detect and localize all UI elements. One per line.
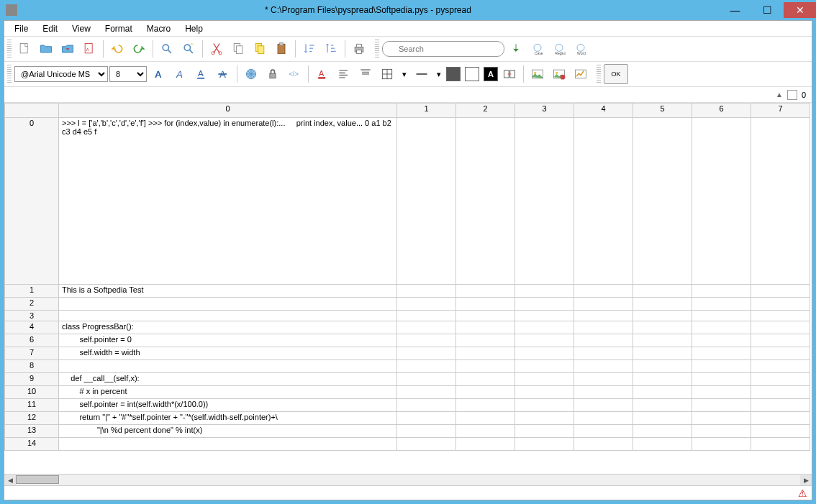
align-top-button[interactable]: [355, 64, 376, 84]
row-header[interactable]: 12: [5, 412, 59, 425]
cell[interactable]: [397, 399, 456, 412]
menu-macro[interactable]: Macro: [140, 22, 178, 35]
horizontal-scrollbar[interactable]: ◀ ▶: [4, 474, 812, 485]
cell[interactable]: [515, 438, 574, 451]
cell[interactable]: [397, 386, 456, 399]
menu-format[interactable]: Format: [98, 22, 140, 35]
cell[interactable]: [633, 347, 692, 360]
cell[interactable]: [633, 360, 692, 373]
line-color-swatch[interactable]: [465, 67, 479, 81]
cell[interactable]: [692, 347, 751, 360]
row-header[interactable]: 0: [5, 118, 59, 285]
cell[interactable]: [751, 360, 810, 373]
lock-button[interactable]: [263, 64, 283, 84]
cell[interactable]: [397, 118, 456, 285]
paste-button[interactable]: [271, 39, 291, 59]
cell[interactable]: [574, 386, 633, 399]
cell[interactable]: [692, 118, 751, 285]
cell[interactable]: [692, 438, 751, 451]
cell[interactable]: [692, 311, 751, 321]
search-regex-button[interactable]: RegEx: [549, 39, 569, 59]
bg-color-swatch[interactable]: [446, 67, 461, 81]
cell[interactable]: [574, 118, 633, 285]
cell[interactable]: [751, 425, 810, 438]
col-header[interactable]: 2: [456, 104, 515, 118]
cell[interactable]: [574, 347, 633, 360]
cell[interactable]: [515, 347, 574, 360]
cell[interactable]: [751, 118, 810, 285]
cell[interactable]: [515, 321, 574, 334]
cell[interactable]: [515, 412, 574, 425]
search-go-button[interactable]: [506, 39, 526, 59]
new-file-button[interactable]: [14, 39, 35, 59]
cell[interactable]: [692, 321, 751, 334]
cut-button[interactable]: [207, 39, 227, 59]
corner-cell[interactable]: [5, 104, 59, 118]
row-header[interactable]: 1: [5, 285, 59, 298]
row-header[interactable]: 6: [5, 334, 59, 347]
cell[interactable]: [692, 386, 751, 399]
print-button[interactable]: [349, 39, 369, 59]
cell[interactable]: [397, 311, 456, 321]
insert-image-button[interactable]: [527, 64, 548, 84]
row-header[interactable]: 2: [5, 298, 59, 311]
cell[interactable]: [633, 321, 692, 334]
open-file-button[interactable]: [36, 39, 56, 59]
row-header[interactable]: 3: [5, 311, 59, 321]
cell[interactable]: [633, 373, 692, 386]
cell[interactable]: [574, 285, 633, 298]
find-replace-button[interactable]: [178, 39, 199, 59]
toolbar-grip[interactable]: [7, 40, 12, 58]
minimize-button[interactable]: —: [719, 2, 751, 18]
cell[interactable]: [633, 311, 692, 321]
cell[interactable]: [692, 298, 751, 311]
cell[interactable]: [515, 118, 574, 285]
italic-button[interactable]: A: [170, 64, 190, 84]
scroll-right-arrow[interactable]: ▶: [800, 475, 812, 485]
menu-help[interactable]: Help: [178, 22, 210, 35]
freeze-button[interactable]: [241, 64, 261, 84]
cell[interactable]: [515, 373, 574, 386]
col-header[interactable]: 7: [751, 104, 810, 118]
menu-file[interactable]: File: [7, 22, 35, 35]
cell[interactable]: [59, 298, 397, 311]
cell[interactable]: [574, 298, 633, 311]
maximize-button[interactable]: ☐: [751, 2, 784, 18]
cell[interactable]: [397, 373, 456, 386]
merge-cells-button[interactable]: [499, 64, 520, 84]
cell[interactable]: [397, 321, 456, 334]
cell[interactable]: [751, 311, 810, 321]
cell[interactable]: [397, 347, 456, 360]
align-left-button[interactable]: [334, 64, 354, 84]
cell[interactable]: [633, 334, 692, 347]
cell[interactable]: [751, 412, 810, 425]
cell[interactable]: [397, 360, 456, 373]
cell[interactable]: [751, 347, 810, 360]
cell[interactable]: [751, 399, 810, 412]
search-input[interactable]: [382, 41, 504, 57]
cell[interactable]: [692, 334, 751, 347]
row-header[interactable]: 10: [5, 386, 59, 399]
line-style-button[interactable]: [412, 64, 432, 84]
cell[interactable]: [59, 360, 397, 373]
cell[interactable]: def __call__(self,x):: [59, 373, 397, 386]
redo-button[interactable]: [129, 39, 149, 59]
col-header[interactable]: 4: [574, 104, 633, 118]
cell[interactable]: [515, 285, 574, 298]
cell[interactable]: [751, 438, 810, 451]
col-header[interactable]: 3: [515, 104, 574, 118]
row-header[interactable]: 7: [5, 347, 59, 360]
page-up-icon[interactable]: ▲: [776, 91, 783, 98]
toolbar-grip-3[interactable]: [7, 65, 12, 83]
cell[interactable]: [397, 285, 456, 298]
cell[interactable]: [633, 412, 692, 425]
cell[interactable]: [456, 311, 515, 321]
cell[interactable]: [515, 311, 574, 321]
cell[interactable]: [456, 285, 515, 298]
cell[interactable]: [456, 386, 515, 399]
strikethrough-button[interactable]: A: [213, 64, 233, 84]
cell[interactable]: [633, 438, 692, 451]
close-button[interactable]: ✕: [784, 2, 816, 18]
cell[interactable]: [574, 425, 633, 438]
cell[interactable]: [751, 298, 810, 311]
